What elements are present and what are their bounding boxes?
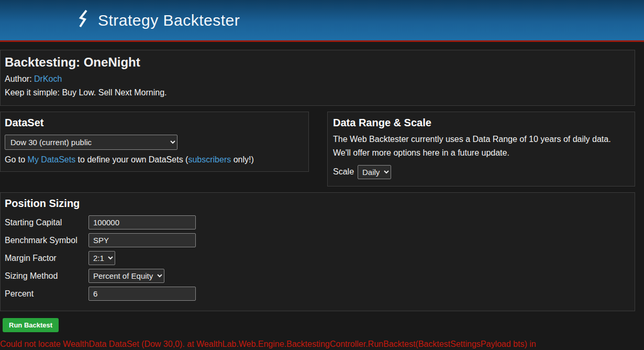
starting-capital-input[interactable]	[88, 215, 196, 229]
app-header: Strategy Backtester	[0, 0, 644, 42]
starting-capital-row: Starting Capital	[5, 215, 629, 231]
data-range-panel: Data Range & Scale The Web Backtester cu…	[327, 112, 635, 187]
field-label: Margin Factor	[5, 254, 88, 263]
benchmark-symbol-input[interactable]	[88, 233, 196, 247]
data-range-title: Data Range & Scale	[333, 117, 629, 129]
scale-label: Scale	[333, 167, 354, 177]
percent-row: Percent	[5, 286, 629, 302]
dataset-select[interactable]: Dow 30 (current) public	[5, 135, 177, 150]
position-sizing-panel: Position Sizing Starting Capital Benchma…	[0, 192, 635, 311]
dataset-range-row: DataSet Dow 30 (current) public Go to My…	[0, 112, 635, 187]
error-message: Could not locate WealthData DataSet (Dow…	[0, 337, 635, 350]
percent-input[interactable]	[88, 287, 196, 301]
dataset-panel: DataSet Dow 30 (current) public Go to My…	[0, 112, 309, 172]
strategy-title: Backtesting: OneNight	[5, 55, 629, 70]
field-label: Benchmark Symbol	[5, 236, 88, 245]
dataset-help-text: Go to My DataSets to define your own Dat…	[5, 155, 303, 165]
author-label: Author:	[5, 74, 32, 83]
author-link[interactable]: DrKoch	[34, 74, 62, 83]
field-label: Percent	[5, 289, 88, 299]
scale-row: Scale Daily	[333, 165, 629, 179]
app-title: Strategy Backtester	[98, 12, 240, 29]
benchmark-symbol-row: Benchmark Symbol	[5, 233, 629, 248]
run-backtest-button[interactable]: Run Backtest	[3, 318, 59, 332]
margin-factor-row: Margin Factor 2:1	[5, 250, 629, 266]
scale-select[interactable]: Daily	[358, 165, 391, 179]
margin-factor-select[interactable]: 2:1	[88, 251, 115, 265]
my-datasets-link[interactable]: My DataSets	[28, 155, 76, 164]
main-content: Backtesting: OneNight Author: DrKoch Kee…	[0, 42, 644, 350]
field-label: Starting Capital	[5, 218, 88, 227]
strategy-panel: Backtesting: OneNight Author: DrKoch Kee…	[0, 50, 635, 106]
sizing-method-row: Sizing Method Percent of Equity	[5, 268, 629, 284]
position-sizing-title: Position Sizing	[5, 198, 629, 210]
lightning-icon	[76, 9, 91, 31]
field-label: Sizing Method	[5, 271, 88, 281]
sizing-method-select[interactable]: Percent of Equity	[88, 269, 164, 283]
data-range-description: The Web Backtester currently uses a Data…	[333, 133, 629, 160]
subscribers-link[interactable]: subscribers	[188, 155, 231, 164]
author-row: Author: DrKoch	[5, 74, 629, 84]
dataset-title: DataSet	[5, 117, 303, 129]
strategy-description: Keep it simple: Buy Low. Sell Next Morni…	[5, 88, 629, 97]
